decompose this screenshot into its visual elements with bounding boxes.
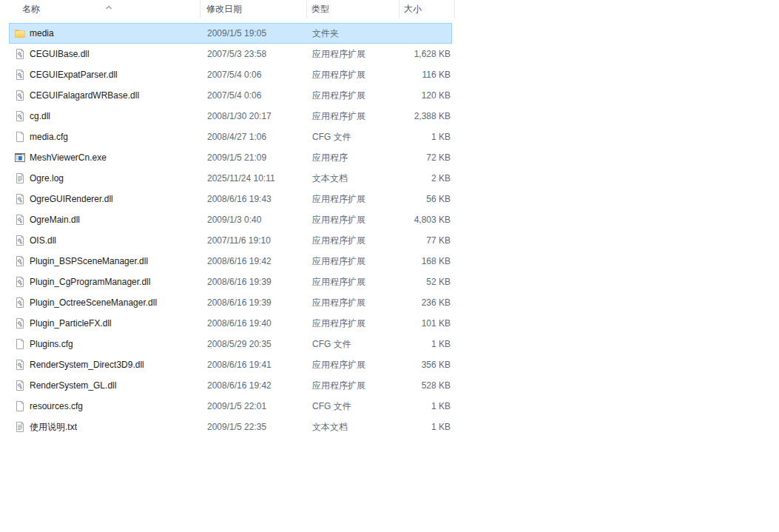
file-row[interactable]: MeshViewerCn.exe 2009/1/5 21:09 应用程序 72 …	[9, 147, 452, 168]
file-date-modified: 2008/6/16 19:40	[201, 318, 308, 329]
file-row[interactable]: Plugin_CgProgramManager.dll 2008/6/16 19…	[9, 272, 452, 292]
file-name: media	[30, 28, 201, 38]
file-size: 1 KB	[400, 401, 451, 411]
file-date-modified: 2008/6/16 19:39	[201, 277, 308, 287]
file-type: 应用程序扩展	[308, 276, 400, 289]
file-row[interactable]: Plugins.cfg 2008/5/29 20:35 CFG 文件 1 KB	[9, 334, 452, 354]
file-row[interactable]: CEGUIBase.dll 2007/5/3 23:58 应用程序扩展 1,62…	[9, 44, 452, 64]
file-type: 应用程序扩展	[308, 48, 400, 61]
file-name: Plugin_ParticleFX.dll	[30, 318, 201, 329]
file-name: Plugins.cfg	[30, 339, 201, 349]
file-type: 文本文档	[308, 172, 400, 185]
file-row[interactable]: OIS.dll 2007/11/6 19:10 应用程序扩展 77 KB	[9, 230, 452, 251]
column-header-bar: 名称 修改日期 类型 大小	[0, 0, 455, 18]
file-size: 356 KB	[400, 360, 451, 370]
dll-icon	[14, 380, 26, 391]
file-date-modified: 2008/6/16 19:41	[201, 360, 308, 370]
file-row[interactable]: media 2009/1/5 19:05 文件夹	[9, 23, 452, 44]
file-type: CFG 文件	[308, 338, 400, 351]
dll-icon	[14, 255, 26, 267]
file-type: CFG 文件	[308, 131, 400, 144]
file-date-modified: 2008/6/16 19:42	[201, 256, 308, 266]
column-header-size-label: 大小	[404, 3, 422, 16]
file-size: 1 KB	[400, 422, 451, 432]
dll-icon	[14, 110, 26, 122]
file-date-modified: 2009/1/5 22:35	[201, 422, 308, 432]
file-date-modified: 2008/4/27 1:06	[201, 132, 308, 142]
dll-icon	[14, 90, 26, 101]
column-header-date-modified[interactable]: 修改日期	[200, 0, 307, 18]
file-row[interactable]: OgreMain.dll 2009/1/3 0:40 应用程序扩展 4,803 …	[9, 209, 452, 230]
file-name: RenderSystem_GL.dll	[30, 380, 201, 391]
folder-icon	[14, 27, 26, 39]
file-size: 116 KB	[400, 70, 451, 80]
dll-icon	[14, 48, 26, 60]
file-list-view: 名称 修改日期 类型 大小 media 2009/1/5 19:05 文件夹 C…	[0, 0, 473, 459]
column-header-name-label: 名称	[22, 3, 40, 16]
column-header-name[interactable]: 名称	[0, 0, 200, 18]
file-type: 应用程序扩展	[308, 193, 400, 206]
dll-icon	[14, 214, 26, 226]
dll-icon	[14, 235, 26, 246]
file-date-modified: 2009/1/3 0:40	[201, 215, 308, 225]
file-name: Plugin_BSPSceneManager.dll	[30, 256, 201, 266]
file-size: 2 KB	[400, 173, 451, 183]
file-date-modified: 2007/11/6 19:10	[201, 235, 308, 246]
file-type: 应用程序扩展	[308, 380, 400, 392]
file-type: 应用程序	[308, 152, 400, 164]
file-row[interactable]: RenderSystem_Direct3D9.dll 2008/6/16 19:…	[9, 354, 452, 375]
file-name: 使用说明.txt	[30, 421, 201, 434]
sort-ascending-icon	[104, 0, 113, 6]
file-rows: media 2009/1/5 19:05 文件夹 CEGUIBase.dll 2…	[9, 23, 452, 437]
file-size: 2,388 KB	[400, 111, 451, 121]
file-date-modified: 2007/5/4 0:06	[201, 90, 308, 101]
column-header-type[interactable]: 类型	[307, 0, 399, 18]
file-row[interactable]: Plugin_OctreeSceneManager.dll 2008/6/16 …	[9, 292, 452, 313]
file-size: 168 KB	[400, 256, 451, 266]
file-type: 应用程序扩展	[308, 359, 400, 371]
file-date-modified: 2008/6/16 19:43	[201, 194, 308, 204]
file-type: 应用程序扩展	[308, 235, 400, 247]
file-row[interactable]: CEGUIExpatParser.dll 2007/5/4 0:06 应用程序扩…	[9, 64, 452, 85]
dll-icon	[14, 297, 26, 309]
file-type: 应用程序扩展	[308, 69, 400, 81]
file-name: OIS.dll	[30, 235, 201, 246]
file-name: CEGUIFalagardWRBase.dll	[30, 90, 201, 101]
file-date-modified: 2009/1/5 22:01	[201, 401, 308, 411]
file-size: 1,628 KB	[400, 49, 451, 59]
file-date-modified: 2009/1/5 19:05	[201, 28, 308, 38]
column-header-type-label: 类型	[311, 3, 329, 16]
file-row[interactable]: media.cfg 2008/4/27 1:06 CFG 文件 1 KB	[9, 127, 452, 147]
file-row[interactable]: Plugin_ParticleFX.dll 2008/6/16 19:40 应用…	[9, 313, 452, 334]
dll-icon	[14, 69, 26, 81]
file-row[interactable]: RenderSystem_GL.dll 2008/6/16 19:42 应用程序…	[9, 375, 452, 396]
file-row[interactable]: 使用说明.txt 2009/1/5 22:35 文本文档 1 KB	[9, 417, 452, 437]
file-row[interactable]: OgreGUIRenderer.dll 2008/6/16 19:43 应用程序…	[9, 189, 452, 209]
file-date-modified: 2008/5/29 20:35	[201, 339, 308, 349]
file-row[interactable]: Plugin_BSPSceneManager.dll 2008/6/16 19:…	[9, 251, 452, 272]
column-header-size[interactable]: 大小	[399, 0, 455, 18]
file-type: 应用程序扩展	[308, 255, 400, 268]
file-name: cg.dll	[30, 111, 201, 121]
file-row[interactable]: cg.dll 2008/1/30 20:17 应用程序扩展 2,388 KB	[9, 106, 452, 127]
file-type: 文件夹	[308, 27, 400, 40]
file-date-modified: 2007/5/4 0:06	[201, 70, 308, 80]
file-icon	[14, 338, 26, 350]
file-name: OgreGUIRenderer.dll	[30, 194, 201, 204]
file-type: 应用程序扩展	[308, 214, 400, 226]
file-row[interactable]: Ogre.log 2025/11/24 10:11 文本文档 2 KB	[9, 168, 452, 189]
file-size: 101 KB	[400, 318, 451, 329]
column-header-date-modified-label: 修改日期	[206, 3, 242, 16]
file-row[interactable]: resources.cfg 2009/1/5 22:01 CFG 文件 1 KB	[9, 396, 452, 417]
file-name: CEGUIBase.dll	[30, 49, 201, 59]
file-type: 应用程序扩展	[308, 110, 400, 123]
file-date-modified: 2009/1/5 21:09	[201, 152, 308, 163]
file-size: 1 KB	[400, 339, 451, 349]
file-name: media.cfg	[30, 132, 201, 142]
file-name: Plugin_CgProgramManager.dll	[30, 277, 201, 287]
dll-icon	[14, 193, 26, 205]
file-name: Plugin_OctreeSceneManager.dll	[30, 297, 201, 308]
file-size: 4,803 KB	[400, 215, 451, 225]
file-type: 文本文档	[308, 421, 400, 434]
file-row[interactable]: CEGUIFalagardWRBase.dll 2007/5/4 0:06 应用…	[9, 85, 452, 106]
